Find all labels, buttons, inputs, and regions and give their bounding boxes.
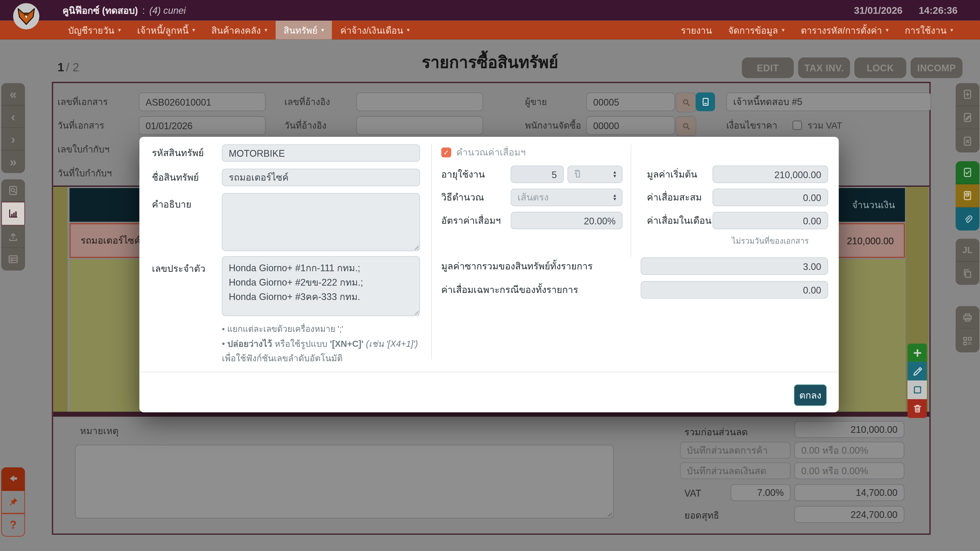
- life-input[interactable]: [511, 166, 563, 183]
- rate-input[interactable]: [511, 212, 622, 229]
- purchaser-code-input[interactable]: [586, 116, 675, 135]
- ref-no-input[interactable]: [356, 92, 483, 111]
- delete-row-button[interactable]: [907, 399, 927, 418]
- incomp-status-button[interactable]: INCOMP: [910, 57, 962, 78]
- qr-code-button[interactable]: [956, 329, 979, 353]
- vendor-card-button[interactable]: [695, 92, 715, 111]
- vendor-search-button[interactable]: [676, 92, 696, 112]
- special-depr-label: ค่าเสื่อมเฉพาะกรณีของทั้งรายการ: [441, 281, 578, 299]
- edit-document-button[interactable]: [956, 106, 979, 130]
- menu-daily-journal[interactable]: บัญชีรายวัน▾: [60, 21, 129, 39]
- prev-record-button[interactable]: ‹: [1, 106, 25, 128]
- description-label: คำอธิบาย: [152, 195, 191, 213]
- help-button[interactable]: ?: [1, 514, 25, 537]
- chevron-down-icon: ▾: [321, 27, 324, 33]
- trade-discount-button[interactable]: บันทึกส่วนลดการค้า: [680, 442, 791, 459]
- accum-depr-input[interactable]: [713, 189, 829, 206]
- expand-icon: [912, 384, 923, 395]
- document-plus-icon: [962, 89, 973, 100]
- salvage-input[interactable]: [641, 257, 828, 275]
- doc-no-input[interactable]: [139, 92, 266, 111]
- serial-textarea[interactable]: Honda Giorno+ #1กก-111 กทม.; Honda Giorn…: [222, 256, 420, 316]
- asset-name-input[interactable]: [222, 169, 420, 186]
- application-window: คูนิฟ๊อกซ์ (ทดสอบ) : (4) cunei 31/01/202…: [0, 0, 980, 551]
- life-unit-value: ปี: [574, 167, 580, 182]
- purchaser-search-button[interactable]: [676, 116, 696, 136]
- journal-link-button[interactable]: JL: [956, 239, 979, 262]
- copy-document-button[interactable]: [956, 262, 979, 285]
- edit-row-button[interactable]: [907, 362, 927, 381]
- life-unit-select[interactable]: ปี ▲▼: [568, 166, 623, 183]
- salvage-label: มูลค่าซากรวมของสินทรัพย์ทั้งรายการ: [441, 257, 593, 275]
- special-depr-input[interactable]: [641, 281, 828, 299]
- pre-discount-value: 210,000.00: [794, 421, 904, 438]
- asset-code-input[interactable]: [222, 144, 420, 162]
- method-select[interactable]: เส้นตรง ▲▼: [511, 189, 622, 206]
- vendor-code-input[interactable]: [586, 92, 675, 111]
- vat-included-checkbox[interactable]: [792, 121, 802, 130]
- upload-button[interactable]: [1, 225, 25, 248]
- menu-usage[interactable]: การใช้งาน▾: [897, 21, 961, 39]
- document-check-icon: [962, 167, 973, 178]
- menu-assets-active[interactable]: สินทรัพย์▾: [275, 21, 332, 39]
- tax-inv-status-button[interactable]: TAX INV.: [798, 57, 850, 78]
- description-textarea[interactable]: [222, 193, 420, 251]
- remark-textarea[interactable]: [75, 445, 614, 519]
- method-label: วิธีตำนวณ: [441, 189, 484, 206]
- ref-date-input[interactable]: [356, 116, 483, 135]
- title-separator: :: [142, 5, 145, 16]
- new-document-button[interactable]: [956, 83, 979, 106]
- preview-search-button[interactable]: [1, 179, 25, 202]
- ok-button[interactable]: ตกลง: [794, 384, 827, 406]
- approve-document-button[interactable]: [956, 161, 979, 184]
- pushpin-icon: [7, 496, 19, 508]
- expand-row-button[interactable]: [907, 381, 927, 399]
- vat-included-label: รวม VAT: [808, 116, 842, 135]
- document-x-icon: [962, 135, 973, 147]
- vertical-divider: [431, 144, 432, 359]
- pin-button[interactable]: [1, 491, 25, 514]
- document-search-icon: [7, 184, 19, 196]
- edit-status-button[interactable]: EDIT: [742, 57, 794, 78]
- chevron-down-icon: ▾: [886, 27, 888, 33]
- ref-date-label: วันที่อ้างอิง: [285, 116, 326, 135]
- vendor-name-input[interactable]: [726, 92, 931, 111]
- initial-value-input[interactable]: [713, 166, 829, 183]
- hint-code: '[XN+C]': [330, 338, 364, 349]
- attachments-button[interactable]: [956, 208, 979, 231]
- top-header-bar: คูนิฟ๊อกซ์ (ทดสอบ) : (4) cunei 31/01/202…: [0, 0, 980, 21]
- back-button[interactable]: [1, 467, 25, 491]
- menu-data-management[interactable]: จัดการข้อมูล▾: [720, 21, 792, 39]
- menu-reports[interactable]: รายงาน: [673, 21, 720, 39]
- last-record-button[interactable]: »: [1, 151, 25, 173]
- purchaser-label: พนักงานจัดซื้อ: [525, 116, 581, 135]
- search-icon: [680, 121, 692, 132]
- add-row-button[interactable]: [907, 343, 927, 362]
- trade-discount-input[interactable]: 0.00 หรือ 0.00%: [794, 442, 904, 459]
- doc-date-input[interactable]: [139, 116, 266, 135]
- menu-inventory[interactable]: สินค้าคงคลัง▾: [204, 21, 275, 39]
- revert-document-button[interactable]: [956, 184, 979, 208]
- doc-no-label: เลขที่เอกสาร: [57, 92, 108, 111]
- list-view-button[interactable]: [1, 248, 25, 270]
- menu-ap-ar[interactable]: เจ้าหนี้/ลูกหนี้▾: [129, 21, 203, 39]
- back-arrow-icon: [7, 473, 19, 484]
- lock-status-button[interactable]: LOCK: [854, 57, 906, 78]
- next-page-icon: ›: [11, 133, 15, 145]
- menu-code-settings[interactable]: ตารางรหัส/การตั้งค่า▾: [792, 21, 897, 39]
- trash-icon: [912, 403, 923, 414]
- menu-payroll[interactable]: ค่าจ้าง/เงินเดือน▾: [332, 21, 418, 39]
- first-record-button[interactable]: «: [1, 83, 25, 105]
- monthly-depr-input[interactable]: [713, 212, 829, 229]
- next-record-button[interactable]: ›: [1, 128, 25, 150]
- cancel-document-button[interactable]: [956, 129, 979, 152]
- app-title: คูนิฟ๊อกซ์ (ทดสอบ) : (4) cunei: [62, 0, 186, 21]
- cash-discount-input[interactable]: 0.00 หรือ 0.00%: [794, 462, 904, 479]
- chevron-down-icon: ▾: [118, 27, 121, 33]
- print-button[interactable]: [956, 306, 979, 329]
- depreciation-checkbox[interactable]: ✓: [441, 148, 452, 158]
- chart-view-button[interactable]: [1, 202, 25, 225]
- cash-discount-button[interactable]: บันทึกส่วนลดเงินสด: [680, 462, 791, 479]
- price-condition-label: เงื่อนไขราคา: [726, 116, 777, 135]
- vendor-card-icon: [700, 96, 711, 108]
